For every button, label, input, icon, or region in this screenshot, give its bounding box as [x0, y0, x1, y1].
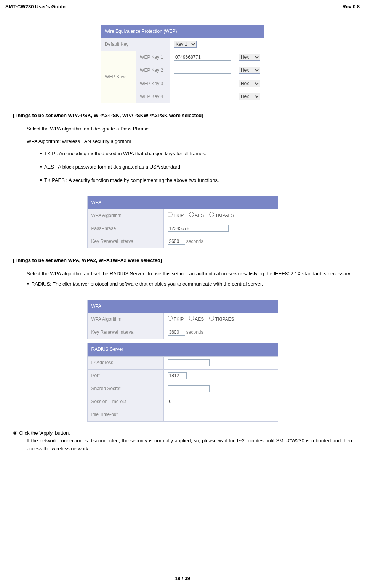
wpa1-radio-aes[interactable]	[189, 212, 194, 217]
wpa-heading: [Things to be set when WPA, WPA2, WPA1WP…	[13, 257, 352, 265]
psk-line2: WPA Algorithm: wireless LAN security alg…	[13, 138, 352, 146]
wpa-psk-table: WPA WPA Algorithm TKIP AES TKIPAES PassP…	[87, 196, 278, 249]
wpa2-table: WPA WPA Algorithm TKIP AES TKIPAES Key R…	[87, 300, 278, 339]
step4-line2: If the network connection is disconnecte…	[13, 437, 352, 453]
radius-session-label: Session Time-out	[87, 395, 163, 408]
wpa2-alg-label: WPA Algorithm	[87, 313, 163, 326]
wep-key2-format[interactable]: Hex	[239, 67, 260, 74]
wpa1-radio-tkip[interactable]	[168, 212, 173, 217]
wep-title: Wire Equivalence Protection (WEP)	[101, 25, 264, 38]
default-key-cell: Key 1	[170, 38, 264, 51]
wpa-line1: Select the WPA algorithm and set the RAD…	[13, 270, 352, 278]
wpa-radius-figure: WPA WPA Algorithm TKIP AES TKIPAES Key R…	[13, 300, 352, 422]
wpa2-renew-label: Key Renewal Interval	[87, 326, 163, 339]
wpa1-pass-label: PassPhrase	[87, 222, 163, 235]
wep-table: Wire Equivalence Protection (WEP) Defaul…	[101, 25, 264, 103]
header-right: Rev 0.8	[342, 3, 360, 11]
wep-key3-label: WEP Key 3 :	[136, 77, 170, 90]
wpa-psk-figure: WPA WPA Algorithm TKIP AES TKIPAES PassP…	[13, 196, 352, 249]
wpa2-radio-tkipaes[interactable]	[209, 316, 214, 321]
wep-key2-label: WEP Key 2 :	[136, 64, 170, 77]
wpa2-opt-tkip: TKIP	[174, 316, 184, 322]
wpa1-title: WPA	[87, 196, 278, 209]
wpa2-opt-aes: AES	[195, 316, 204, 322]
wpa2-opt-tkipaes: TKIPAES	[215, 316, 234, 322]
wpa2-radio-tkip[interactable]	[168, 316, 173, 321]
wpa1-renew-label: Key Renewal Interval	[87, 235, 163, 248]
radius-idle-input[interactable]	[168, 411, 181, 418]
wep-key4-format[interactable]: Hex	[239, 93, 260, 100]
wep-key3-input[interactable]	[174, 80, 231, 87]
psk-bullet-tkip: TKIP : An encoding method used in WPA th…	[13, 150, 352, 158]
wpa1-passphrase-input[interactable]	[168, 225, 229, 232]
wpa1-opt-tkipaes: TKIPAES	[215, 213, 234, 218]
wpa1-opt-aes: AES	[195, 213, 204, 218]
default-key-select[interactable]: Key 1	[174, 41, 197, 48]
psk-bullet-tkipaes: TKIPAES : A security function made by co…	[13, 177, 352, 185]
radius-ip-label: IP Address	[87, 356, 163, 369]
radius-port-input[interactable]	[168, 372, 187, 379]
wpa2-radio-aes[interactable]	[189, 316, 194, 321]
step4-line1: Click the 'Apply' button.	[19, 430, 70, 436]
wep-key1-format[interactable]: Hex	[239, 54, 260, 61]
wpa2-alg-options: TKIP AES TKIPAES	[163, 313, 278, 326]
radius-session-input[interactable]	[168, 398, 181, 405]
wep-key4-label: WEP Key 4 :	[136, 90, 170, 103]
psk-heading: [Things to be set when WPA-PSK, WPA2-PSK…	[13, 112, 352, 120]
radius-port-label: Port	[87, 369, 163, 382]
radius-secret-input[interactable]	[168, 385, 210, 392]
radius-table: RADIUS Server IP Address Port Shared Sec…	[87, 343, 278, 421]
wpa1-alg-options: TKIP AES TKIPAES	[163, 209, 278, 222]
wpa2-title: WPA	[87, 300, 278, 313]
wep-key1-input[interactable]	[174, 54, 231, 61]
radius-idle-label: Idle Time-out	[87, 408, 163, 421]
wep-figure: Wire Equivalence Protection (WEP) Defaul…	[13, 25, 352, 103]
radius-title: RADIUS Server	[87, 343, 278, 356]
wpa2-renew-input[interactable]	[168, 329, 185, 336]
wpa-bullet-radius: RADIUS: The client/server protocol and s…	[13, 280, 352, 288]
wepkeys-col-label: WEP Keys	[101, 51, 136, 103]
wep-key2-input[interactable]	[174, 67, 231, 74]
wep-key4-input[interactable]	[174, 93, 231, 100]
wep-key1-label: WEP Key 1 :	[136, 51, 170, 64]
header-left: SMT-CW230 User's Guide	[5, 3, 66, 11]
wpa1-radio-tkipaes[interactable]	[209, 212, 214, 217]
wpa1-alg-label: WPA Algorithm	[87, 209, 163, 222]
wpa1-opt-tkip: TKIP	[174, 213, 184, 218]
wpa2-renew-unit: seconds	[186, 329, 203, 335]
default-key-label: Default Key	[101, 38, 170, 51]
wpa1-renew-unit: seconds	[186, 239, 203, 244]
psk-line1: Select the WPA algorithm and designate a…	[13, 125, 352, 133]
wpa1-renew-input[interactable]	[168, 238, 185, 245]
radius-ip-input[interactable]	[168, 359, 210, 366]
psk-bullet-aes: AES : A block password format designated…	[13, 163, 352, 171]
wep-key3-format[interactable]: Hex	[239, 80, 260, 87]
radius-secret-label: Shared Secret	[87, 382, 163, 395]
